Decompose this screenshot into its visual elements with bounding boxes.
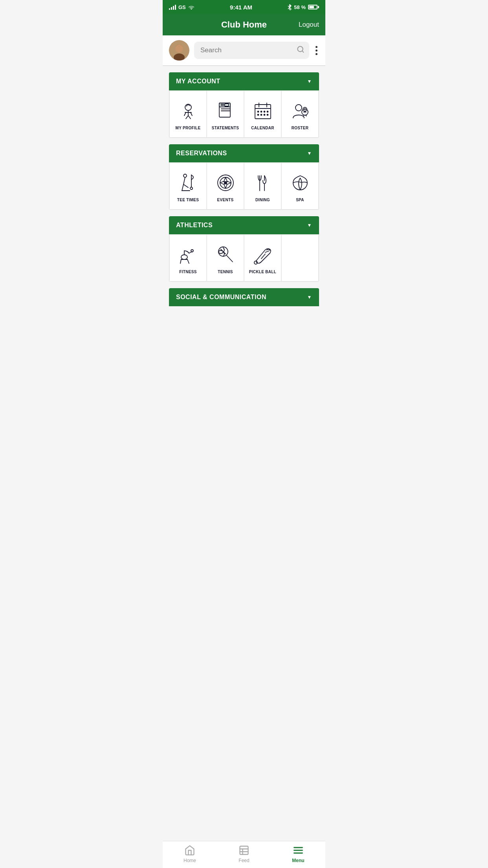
roster-label: ROSTER <box>292 126 308 130</box>
athletics-grid: FITNESS TENNIS <box>169 234 319 282</box>
wifi-icon <box>188 5 194 9</box>
avatar-image <box>169 40 189 61</box>
reservations-grid: TEE TIMES EVENTS <box>169 162 319 210</box>
avatar[interactable] <box>169 40 189 61</box>
calendar-label: CALENDAR <box>251 126 274 130</box>
my-profile-icon <box>177 100 199 122</box>
more-dot-2 <box>316 50 317 51</box>
grid-item-roster[interactable]: ROSTER <box>281 90 319 138</box>
grid-item-statements[interactable]: STATEMENTS <box>207 90 244 138</box>
tennis-label: TENNIS <box>218 270 233 274</box>
pickle-ball-icon <box>252 244 274 266</box>
section-header-reservations[interactable]: RESERVATIONS ▼ <box>169 144 319 162</box>
svg-line-13 <box>186 116 188 119</box>
time-label: 9:41 AM <box>230 4 252 11</box>
section-header-my-account[interactable]: MY ACCOUNT ▼ <box>169 72 319 90</box>
roster-icon <box>289 100 311 122</box>
svg-point-7 <box>176 44 183 51</box>
section-my-account: MY ACCOUNT ▼ MY P <box>169 72 319 138</box>
statements-icon <box>215 100 237 122</box>
tee-times-icon <box>177 172 199 194</box>
grid-item-events[interactable]: EVENTS <box>207 162 244 210</box>
tennis-icon <box>215 244 237 266</box>
search-input[interactable] <box>194 42 309 59</box>
status-left: GS <box>169 4 194 10</box>
grid-item-tennis[interactable]: TENNIS <box>207 234 244 281</box>
grid-item-pickle-ball[interactable]: PICKLE BALL <box>244 234 281 281</box>
grid-item-empty <box>281 234 319 281</box>
page-title: Club Home <box>221 20 267 30</box>
svg-point-32 <box>267 111 268 112</box>
svg-line-67 <box>265 251 269 252</box>
svg-line-15 <box>184 112 186 116</box>
grid-item-spa[interactable]: SPA <box>281 162 319 210</box>
section-label-my-account: MY ACCOUNT <box>176 78 220 85</box>
svg-line-65 <box>261 254 265 259</box>
svg-line-16 <box>191 112 192 116</box>
svg-point-37 <box>295 105 302 111</box>
dining-label: DINING <box>255 198 270 202</box>
statements-label: STATEMENTS <box>212 126 239 130</box>
section-label-athletics: ATHLETICS <box>176 222 213 229</box>
section-header-athletics[interactable]: ATHLETICS ▼ <box>169 216 319 234</box>
svg-line-63 <box>227 256 233 262</box>
more-dot-3 <box>316 53 317 55</box>
grid-item-calendar[interactable]: CALENDAR <box>244 90 281 138</box>
chevron-down-icon: ▼ <box>307 79 312 84</box>
svg-point-34 <box>261 114 262 115</box>
more-dot-1 <box>316 46 317 48</box>
search-icon <box>297 46 305 55</box>
logout-button[interactable]: Logout <box>299 21 319 29</box>
tee-times-label: TEE TIMES <box>177 198 199 202</box>
carrier-label: GS <box>178 4 186 10</box>
grid-item-fitness[interactable]: FITNESS <box>169 234 207 281</box>
section-social-communication: SOCIAL & COMMUNICATION ▼ <box>169 288 319 306</box>
spa-icon <box>289 172 311 194</box>
status-right: 58 % <box>288 4 319 10</box>
chevron-down-icon-3: ▼ <box>307 223 312 228</box>
my-account-grid: MY PROFILE STATEMENTS <box>169 90 319 138</box>
status-bar: GS 9:41 AM 58 % <box>163 0 325 14</box>
svg-point-30 <box>261 111 262 112</box>
grid-item-my-profile[interactable]: MY PROFILE <box>169 90 207 138</box>
my-profile-label: MY PROFILE <box>176 126 201 130</box>
search-container <box>194 42 309 59</box>
svg-line-9 <box>302 51 304 52</box>
search-area <box>163 35 325 66</box>
svg-point-55 <box>181 255 187 259</box>
battery-label: 58 % <box>294 4 306 10</box>
svg-point-35 <box>264 114 265 115</box>
calendar-icon <box>252 100 274 122</box>
pickle-ball-label: PICKLE BALL <box>249 270 276 274</box>
dining-icon <box>252 172 274 194</box>
fitness-label: FITNESS <box>179 270 196 274</box>
chevron-down-icon-4: ▼ <box>307 294 312 300</box>
svg-line-60 <box>187 259 189 263</box>
svg-point-29 <box>257 111 259 112</box>
section-reservations: RESERVATIONS ▼ TE <box>169 144 319 210</box>
svg-line-14 <box>188 116 191 119</box>
grid-item-dining[interactable]: DINING <box>244 162 281 210</box>
signal-icon <box>169 4 176 10</box>
section-header-social[interactable]: SOCIAL & COMMUNICATION ▼ <box>169 288 319 306</box>
fitness-icon <box>177 244 199 266</box>
battery-icon <box>308 5 319 9</box>
section-label-reservations: RESERVATIONS <box>176 150 227 157</box>
app-header: Club Home Logout <box>163 14 325 35</box>
chevron-down-icon-2: ▼ <box>307 151 312 156</box>
svg-line-44 <box>182 184 183 191</box>
svg-point-36 <box>267 114 268 115</box>
svg-point-33 <box>257 114 259 115</box>
spa-label: SPA <box>296 198 304 202</box>
svg-point-42 <box>183 174 187 177</box>
svg-line-43 <box>183 177 185 184</box>
main-content: MY ACCOUNT ▼ MY P <box>163 66 325 344</box>
svg-line-61 <box>180 259 181 263</box>
more-menu-button[interactable] <box>314 44 319 57</box>
svg-point-51 <box>224 182 227 184</box>
bluetooth-icon <box>288 4 292 10</box>
events-label: EVENTS <box>217 198 234 202</box>
svg-point-31 <box>264 111 265 112</box>
grid-item-tee-times[interactable]: TEE TIMES <box>169 162 207 210</box>
section-label-social: SOCIAL & COMMUNICATION <box>176 294 266 301</box>
